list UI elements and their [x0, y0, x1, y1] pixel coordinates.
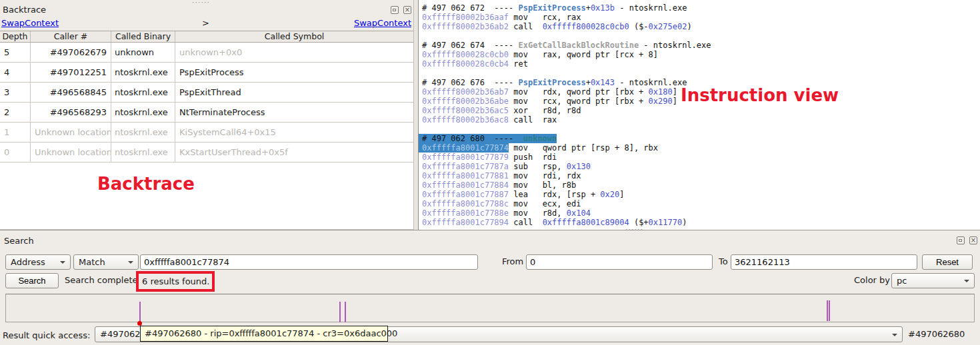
search-type-dropdown[interactable]: Address [5, 254, 71, 270]
result-mark[interactable] [345, 302, 346, 322]
result-mark[interactable] [139, 302, 141, 323]
instruction-line[interactable]: 0xfffff800028c0cb0 mov rax, qword ptr [r… [419, 50, 980, 59]
to-input[interactable] [731, 254, 917, 270]
search-results-timeline[interactable] [5, 294, 975, 322]
instruction-line[interactable]: 0xfffffa8001c77894 call 0xfffffa8001c890… [419, 218, 980, 227]
quick-access-value: #4970626 [100, 329, 146, 339]
table-row[interactable]: 4 #497012251 ntoskrnl.exe PspExitProcess [0, 63, 413, 83]
search-type-value: Address [11, 257, 45, 267]
table-row[interactable]: 1 Unknown location ntoskrnl.exe KiSystem… [0, 123, 413, 143]
horizontal-splitter-handle[interactable]: ······ [625, 227, 643, 232]
search-status-text: Search complete [65, 275, 138, 285]
instruction-line[interactable]: 0xfffffa8001c77874 mov qword ptr [rsp + … [419, 143, 980, 153]
cell-binary: ntoskrnl.exe [111, 103, 175, 122]
backtrace-window-controls: × [389, 6, 411, 15]
vertical-divider[interactable] [413, 0, 418, 230]
trace-header-line[interactable]: # 497 062 680 ---- unknown [419, 134, 980, 143]
cell-depth: 5 [0, 43, 31, 62]
float-icon-inner [959, 239, 962, 242]
backtrace-table: Depth Caller # Called Binary Called Symb… [0, 31, 413, 230]
cell-binary: ntoskrnl.exe [111, 83, 175, 102]
float-icon[interactable] [957, 236, 965, 244]
from-label: From [502, 256, 523, 266]
search-button[interactable]: Search [5, 273, 59, 288]
current-position-marker [137, 321, 142, 326]
instruction-line[interactable]: 0xfffff800028c0cb4 ret [419, 59, 980, 69]
cell-symbol: KxStartUserThread+0x5f [175, 143, 413, 162]
result-mark[interactable] [827, 300, 828, 321]
trace-debugger-window: ······ ······ Backtrace × SwapContext > … [0, 0, 980, 345]
column-header-caller[interactable]: Caller # [31, 31, 111, 42]
search-query-input[interactable] [140, 254, 478, 270]
cell-depth: 2 [0, 103, 31, 122]
close-icon[interactable]: × [969, 236, 977, 244]
cell-symbol: NtTerminateProcess [175, 103, 413, 122]
table-row[interactable]: 3 #496568845 ntoskrnl.exe PspExitThread [0, 83, 413, 103]
cell-caller: #497012251 [31, 63, 111, 82]
quick-access-label: Result quick access: [3, 330, 90, 340]
instruction-line[interactable]: 0xfffffa8001c77884 mov bl, r8b [419, 180, 980, 190]
instruction-line[interactable]: 0xfffffa8001c77881 mov rdi, rdx [419, 171, 980, 180]
instruction-line[interactable]: 0xfffffa8001c7788e mov r8d, 0x104 [419, 208, 980, 218]
column-header-binary[interactable]: Called Binary [111, 31, 175, 42]
backtrace-table-header: Depth Caller # Called Binary Called Symb… [0, 31, 413, 43]
swapcontext-link-right[interactable]: SwapContext [354, 18, 411, 28]
cell-symbol: PspExitProcess [175, 63, 413, 82]
color-by-value: pc [897, 276, 907, 286]
cell-symbol: unknown+0x0 [175, 43, 413, 62]
cell-caller: Unknown location [31, 143, 111, 162]
table-row[interactable]: 2 #496568293 ntoskrnl.exe NtTerminatePro… [0, 103, 413, 123]
color-by-label: Color by [854, 275, 890, 285]
breadcrumb-separator: > [202, 18, 209, 28]
instruction-line[interactable]: 0xfffff80002b36aaf mov rcx, rax [419, 13, 980, 22]
reset-button[interactable]: Reset [922, 254, 973, 270]
cell-depth: 1 [0, 123, 31, 142]
cell-binary: unknown [111, 43, 175, 62]
instruction-line[interactable]: 0xfffff80002b36ac8 call rax [419, 115, 980, 125]
backtrace-panel: Backtrace × SwapContext > SwapContext De… [0, 0, 413, 230]
instruction-line[interactable]: 0xfffffa8001c77879 push rdi [419, 153, 980, 162]
panel-splitter-handle[interactable]: ······ [192, 0, 210, 5]
chevron-down-icon [892, 334, 897, 336]
cell-depth: 4 [0, 63, 31, 82]
cell-binary: ntoskrnl.exe [111, 143, 175, 162]
from-input[interactable] [526, 254, 713, 270]
search-panel-title: Search [4, 236, 34, 246]
cell-depth: 0 [0, 143, 31, 162]
results-count-text: 6 results found. [139, 274, 212, 289]
cell-binary: ntoskrnl.exe [111, 63, 175, 82]
backtrace-panel-title: Backtrace [3, 5, 46, 15]
column-header-depth[interactable]: Depth [0, 31, 31, 42]
trace-header-line[interactable]: # 497 062 672 ---- PspExitProcess+0x13b … [419, 3, 980, 13]
instruction-line[interactable]: 0xfffffa8001c77887 lea rdx, [rsp + 0x20] [419, 190, 980, 199]
to-label: To [719, 256, 728, 266]
column-header-symbol[interactable]: Called Symbol [175, 31, 413, 42]
close-icon[interactable]: × [403, 6, 411, 14]
float-icon[interactable] [391, 6, 399, 14]
current-result-id: #497062680 [908, 329, 965, 339]
chevron-down-icon [964, 280, 969, 282]
instruction-line[interactable]: 0xfffffa8001c7788c mov ecx, edi [419, 199, 980, 208]
cell-caller: #496568845 [31, 83, 111, 102]
result-mark[interactable] [339, 302, 341, 322]
color-by-dropdown[interactable]: pc [891, 273, 975, 288]
trace-header-line[interactable]: # 497 062 674 ---- ExGetCallBackBlockRou… [419, 41, 980, 50]
backtrace-annotation: Backtrace [97, 174, 195, 194]
cell-caller: Unknown location [31, 123, 111, 142]
breadcrumb: SwapContext > SwapContext [0, 17, 413, 31]
instruction-line[interactable]: 0xfffff80002b36ac5 xor r8d, r8d [419, 106, 980, 115]
swapcontext-link-left[interactable]: SwapContext [1, 18, 59, 28]
result-mark[interactable] [829, 300, 830, 321]
cell-depth: 3 [0, 83, 31, 102]
instruction-line[interactable]: 0xfffff80002b36ab2 call 0xfffff800028c0c… [419, 22, 980, 31]
table-row[interactable]: 5 #497062679 unknown unknown+0x0 [0, 43, 413, 63]
float-icon-inner [393, 9, 396, 11]
search-window-controls: × [955, 236, 977, 246]
instruction-line[interactable]: 0xfffffa8001c7787a sub rsp, 0x130 [419, 162, 980, 171]
search-panel: Search × Address Match From To Reset Sea… [0, 230, 980, 345]
table-row[interactable]: 0 Unknown location ntoskrnl.exe KxStartU… [0, 143, 413, 163]
cell-symbol: KiSystemCall64+0x15 [175, 123, 413, 142]
search-mode-dropdown[interactable]: Match [73, 254, 139, 270]
cell-caller: #497062679 [31, 43, 111, 62]
instruction-view: Instruction view # 497 062 672 ---- PspE… [418, 0, 980, 230]
